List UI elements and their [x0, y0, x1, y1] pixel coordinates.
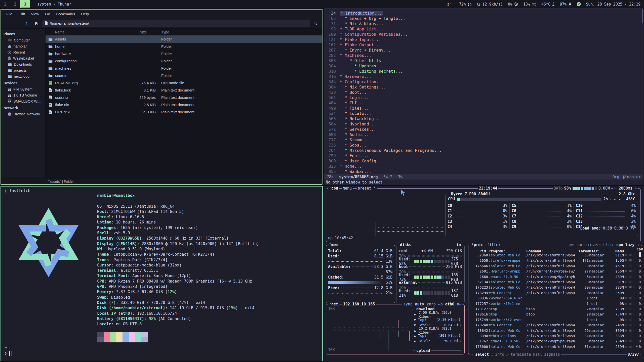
org-heading-line[interactable]: 93* TLDR App List... [324, 26, 642, 32]
org-heading-line[interactable]: 71 * Nix & Nixos... [324, 21, 642, 26]
process-row[interactable]: 178248Web Content/nix/store/sm8fmrf3wps4… [469, 322, 641, 328]
process-row[interactable]: 179127btopbtop2nambiar7.3M0.0 [469, 306, 641, 311]
process-row[interactable]: 2601.Hyprland-wrapp/run/current-system/s… [469, 269, 641, 274]
org-heading-line[interactable]: 384 * Nix Settings... [324, 84, 642, 90]
proc-key-key[interactable]: ↓ [491, 352, 493, 357]
process-row[interactable]: 13642Isolated Web Co/nix/store/sm8fmrf3w… [469, 328, 641, 333]
menu-file[interactable]: File [4, 11, 15, 17]
sidebar-item-wastebasket[interactable]: Wastebasket [1, 55, 45, 61]
org-heading-line[interactable]: 499 * Files... [324, 106, 642, 111]
proc-key-key[interactable]: ↑ [471, 352, 473, 357]
up-button[interactable]: ↑ [23, 20, 31, 27]
org-heading-line[interactable]: 534 * Locale... [324, 111, 642, 116]
emacs-scrollbar[interactable] [642, 9, 643, 174]
workspace-2[interactable]: 2 [10, 0, 20, 8]
home-button[interactable] [32, 20, 40, 27]
process-row[interactable]: 178294Web Content/nix/store/sm8fmrf3wps4… [469, 290, 641, 295]
process-row[interactable]: 51762.emacs-31.0.50-/nix/store/wnqz5pa8r… [469, 339, 641, 344]
proc-header-Threads[interactable]: Threads: [579, 249, 589, 253]
menu-view[interactable]: View [28, 11, 42, 17]
org-heading-line[interactable]: 563 * Networking... [324, 116, 642, 121]
proc-key-signals[interactable]: signals [544, 352, 560, 357]
org-heading-line[interactable]: 316* Hardware... [324, 74, 642, 79]
forward-button[interactable]: → [13, 20, 21, 27]
proc-key-select[interactable]: select [475, 352, 489, 357]
file-row-user-nix[interactable]: user.nix229 bytesPlain text document [46, 94, 322, 101]
file-row-license[interactable]: LICENSE34,3 KiBPlain text document [46, 108, 322, 116]
search-button[interactable] [311, 20, 319, 27]
net-tab[interactable]: ³net [328, 302, 339, 306]
file-row-assets[interactable]: assetsFolder [46, 35, 322, 43]
sidebar-item-downloads[interactable]: Downloads [1, 61, 45, 67]
sidebar-item-file-system[interactable]: File System [1, 86, 45, 92]
org-heading-line[interactable]: 121* Flake Inputs... [324, 37, 642, 42]
refresh-rate[interactable]: ─ 2000ms + [613, 186, 638, 191]
io-tab[interactable]: io [455, 243, 462, 247]
net-option-zero[interactable]: zero [427, 302, 436, 306]
net-option-sync[interactable]: sync [403, 302, 412, 306]
org-heading-line[interactable]: 109* Configuration Variables... [324, 32, 642, 37]
workspace-1[interactable]: 1 [0, 0, 10, 8]
sort-selector[interactable]: ← cpu lazy → [611, 243, 640, 247]
proc-key-key[interactable]: ↵ [506, 352, 508, 357]
file-row-secrets[interactable]: secretsFolder [46, 72, 322, 79]
tray-item-check[interactable] [577, 2, 581, 6]
org-heading-line[interactable]: 584 * Hyprland... [324, 121, 642, 127]
back-button[interactable]: ← [4, 20, 12, 27]
org-heading-line[interactable]: 282* Machines... [324, 53, 642, 58]
proc-tab[interactable]: ⁴proc [470, 243, 484, 247]
process-row[interactable]: 178616btopbtop2nambiar7.4M0.0 [469, 312, 641, 317]
org-heading-line[interactable]: 461 * Login... [324, 95, 642, 100]
file-row-machines[interactable]: machinesFolder [46, 65, 322, 72]
proc-header-Pid[interactable]: Pid: [469, 249, 488, 253]
tray-item-thermo[interactable]: 46°C [541, 2, 555, 7]
process-row[interactable]: 175749kworker/6:2-even1root0B0.0 [469, 317, 641, 322]
tray-item-chip[interactable]: 0% [508, 2, 518, 7]
org-heading-line[interactable]: 736 * Sops... [324, 143, 642, 148]
process-row[interactable]: 176646Isolated Web Co/nix/store/sm8fmrf3… [469, 263, 641, 268]
per-core-toggle[interactable]: per-core [568, 243, 588, 247]
scrollbar-thumb[interactable] [642, 9, 643, 23]
sidebar-item-recent[interactable]: Recent [1, 49, 45, 55]
org-heading-line[interactable]: 698 * Audio... [324, 132, 642, 137]
tray-item-idle[interactable]: zᶻᶻ [447, 2, 454, 7]
org-heading-line[interactable]: 65 * Emacs + Org + Tangle... [324, 16, 642, 21]
org-heading-line[interactable]: 825* Home... [324, 164, 642, 169]
org-heading-line[interactable]: 34* Introduction... [324, 11, 642, 16]
sidebar-item-nextcloud[interactable]: nextcloud [1, 73, 45, 79]
org-heading-line[interactable]: 484 * CLI... [324, 100, 642, 106]
file-row-flake-lock[interactable]: flake.lock3,1 KiBPlain text document [46, 86, 322, 94]
org-heading-line[interactable]: 855 * Waubar... [324, 169, 642, 174]
org-heading-line[interactable]: 303 * Other Utils [324, 58, 642, 63]
proc-key-terminate[interactable]: terminate [510, 352, 531, 357]
sidebar-item-1-0-tb-volume[interactable]: 1,0 TB Volume [1, 92, 45, 98]
org-heading-line[interactable]: 304 * Updates... [324, 63, 642, 69]
menu-edit[interactable]: Edit [16, 11, 28, 17]
net-option-auto[interactable]: auto [415, 302, 424, 306]
net-option-n[interactable]: n→ [457, 302, 461, 306]
proc-header-MemB[interactable]: MemB [610, 249, 624, 253]
process-row[interactable]: 177257kworker/10:1-mm_1root0B0.0 [469, 301, 641, 306]
mem-tab[interactable]: ²mem [328, 243, 339, 247]
tray-item-headphones[interactable]: 72% [459, 2, 472, 7]
proc-key-info[interactable]: info [495, 352, 504, 357]
path-bar[interactable]: /home/nambiar/system/ [42, 20, 310, 27]
tray-item-ram[interactable]: 13% [523, 2, 536, 7]
sidebar-item-projects[interactable]: projects [1, 67, 45, 73]
menu-bookmarks[interactable]: Bookmarks [53, 11, 78, 17]
column-header-size[interactable]: Size [138, 29, 156, 35]
menu-button[interactable]: menu [342, 186, 353, 191]
process-row[interactable]: 2660.emacs-31.0.50-/nix/store/wnqz5pa8ra… [469, 274, 641, 279]
org-heading-line[interactable]: 809 * User Config... [324, 158, 642, 164]
proc-header-User[interactable]: User: [589, 249, 610, 253]
terminal-window[interactable]: ❯ fastfetch nambiar@smallbox -----------… [1, 186, 323, 361]
org-heading-line[interactable]: 764 * Miscellaneous Packages and Program… [324, 148, 642, 153]
proc-header-Command[interactable]: Command: [526, 249, 578, 253]
column-header-type[interactable]: Type [160, 29, 322, 35]
sidebar-item-computer[interactable]: Computer [1, 37, 45, 43]
filter-button[interactable]: filter [486, 243, 502, 247]
shell-prompt-empty[interactable]: ❯ [5, 351, 12, 356]
org-heading-line[interactable]: 799 * Fonts... [324, 153, 642, 158]
menu-help[interactable]: Help [78, 11, 92, 17]
org-heading-line[interactable]: 162* Flake Output... [324, 42, 642, 48]
